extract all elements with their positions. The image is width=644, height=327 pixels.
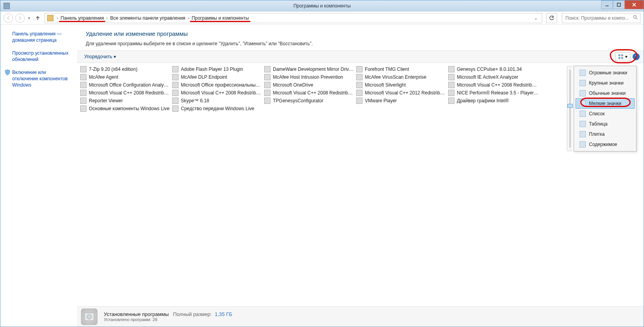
organize-button[interactable]: Упорядочить ▾: [81, 52, 119, 61]
breadcrumb-all-items[interactable]: Все элементы панели управления: [109, 15, 187, 21]
search-input[interactable]: [565, 15, 631, 21]
program-label: Microsoft OneDrive: [273, 82, 313, 88]
sidebar: Панель управления — домашняя страница Пр…: [0, 25, 77, 327]
view-option-details[interactable]: Таблица: [576, 119, 635, 129]
page-heading: Удаление или изменение программы: [77, 25, 644, 39]
program-label: Microsoft Office Configuration Analyze..…: [89, 82, 171, 88]
history-dropdown[interactable]: ▾: [28, 15, 30, 21]
chevron-right-icon[interactable]: ›: [188, 15, 189, 21]
view-option-list[interactable]: Список: [576, 109, 635, 119]
view-option-label: Таблица: [589, 121, 607, 127]
program-item[interactable]: Microsoft Silverlight: [356, 81, 447, 89]
forward-button[interactable]: [15, 13, 25, 23]
sidebar-updates-link[interactable]: Просмотр установленных обновлений: [4, 49, 73, 64]
program-label: Microsoft Visual C++ 2008 Redistributa..…: [457, 82, 539, 88]
view-option-label: Обычные значки: [589, 91, 626, 96]
minimize-button[interactable]: [601, 0, 613, 9]
chevron-right-icon[interactable]: ›: [57, 15, 58, 21]
program-item[interactable]: Microsoft Office Configuration Analyze..…: [80, 81, 171, 89]
svg-point-11: [87, 314, 92, 319]
view-option-label: Огромные значки: [589, 70, 627, 76]
view-option-label: Список: [589, 111, 605, 116]
svg-rect-9: [621, 57, 623, 59]
view-button[interactable]: ▾: [615, 52, 630, 61]
maximize-button[interactable]: [613, 0, 625, 9]
breadcrumb-control-panel[interactable]: Панель управления: [59, 15, 105, 21]
search-icon: [633, 15, 638, 21]
view-option-content[interactable]: Содержимое: [576, 139, 635, 150]
help-button[interactable]: ?: [633, 53, 640, 60]
program-label: McAfee Agent: [89, 74, 118, 80]
sidebar-features-link[interactable]: Включение или отключение компонентов Win…: [4, 68, 73, 90]
view-slider-thumb[interactable]: [567, 104, 573, 108]
program-item[interactable]: Adobe Flash Player 13 Plugin: [172, 65, 263, 73]
program-item[interactable]: Драйвер графики Intel®: [448, 97, 539, 105]
program-label: Adobe Flash Player 13 Plugin: [181, 67, 243, 72]
view-option-medium[interactable]: Обычные значки: [576, 88, 635, 98]
program-item[interactable]: Forefront TMG Client: [356, 65, 447, 73]
program-item[interactable]: Genesys CCPulse+ 8.0.101.34: [448, 65, 539, 73]
address-bar[interactable]: › Панель управления › Все элементы панел…: [44, 13, 542, 23]
program-item[interactable]: Microsoft Visual C++ 2008 Redistributa..…: [448, 81, 539, 89]
program-item[interactable]: Microsoft Visual C++ 2008 Redistributa..…: [80, 89, 171, 97]
program-item[interactable]: Reporter Viewer: [80, 97, 171, 105]
svg-rect-6: [618, 54, 620, 56]
program-icon: [172, 74, 178, 80]
program-item[interactable]: Microsoft Visual C++ 2008 Redistributa..…: [172, 89, 263, 97]
program-item[interactable]: Microsoft OneDrive: [264, 81, 355, 89]
program-label: Microsoft Visual C++ 2008 Redistributa..…: [181, 90, 263, 96]
status-text: Установленные программы Полный размер: 1…: [104, 311, 232, 322]
program-item[interactable]: Microsoft IE ActiveX Analyzer: [448, 73, 539, 81]
program-item[interactable]: McAfee Host Intrusion Prevention: [264, 73, 355, 81]
program-label: McAfee Host Intrusion Prevention: [273, 74, 343, 80]
program-item[interactable]: McAfee VirusScan Enterprise: [356, 73, 447, 81]
svg-rect-8: [618, 57, 620, 59]
view-slider[interactable]: [567, 66, 572, 151]
view-option-label: Плитка: [589, 131, 605, 137]
program-item[interactable]: TPGenesysConfigurator: [264, 97, 355, 105]
program-item[interactable]: Основные компоненты Windows Live: [80, 105, 171, 113]
up-button[interactable]: [33, 14, 42, 22]
program-item[interactable]: DameWare Development Mirror Driver ...: [264, 65, 355, 73]
view-option-small[interactable]: Мелкие значки: [576, 98, 635, 109]
program-item[interactable]: Средство передачи Windows Live: [172, 105, 263, 113]
svg-rect-1: [617, 3, 620, 6]
back-button[interactable]: [4, 13, 13, 23]
program-label: Основные компоненты Windows Live: [89, 106, 169, 111]
address-dropdown[interactable]: ⌄: [532, 15, 539, 21]
programs-grid[interactable]: 7-Zip 9.20 (x64 edition)Adobe Flash Play…: [77, 63, 644, 306]
view-option-huge[interactable]: Огромные значки: [576, 68, 635, 78]
medium-icons-icon: [580, 90, 586, 96]
program-label: Microsoft Office профессиональный п...: [181, 82, 263, 88]
program-item[interactable]: McAfee DLP Endpoint: [172, 73, 263, 81]
chevron-right-icon[interactable]: ›: [106, 15, 108, 21]
refresh-button[interactable]: [546, 13, 557, 23]
program-icon: [264, 74, 270, 80]
search-box[interactable]: [562, 13, 640, 23]
program-item[interactable]: 7-Zip 9.20 (x64 edition): [80, 65, 171, 73]
page-subtext: Для удаления программы выберите ее в спи…: [77, 39, 644, 50]
sidebar-home-link[interactable]: Панель управления — домашняя страница: [4, 30, 73, 45]
program-item[interactable]: Microsoft Office профессиональный п...: [172, 81, 263, 89]
program-label: McAfee DLP Endpoint: [181, 74, 227, 80]
program-icon: [172, 82, 178, 88]
program-item[interactable]: Microsoft Visual C++ 2012 Redistributa..…: [356, 89, 447, 97]
arrow-left-icon: [6, 16, 11, 20]
program-label: VMware Player: [365, 98, 397, 103]
chevron-down-icon: ▾: [625, 54, 627, 59]
program-icon: [356, 74, 362, 80]
view-option-label: Крупные значки: [589, 80, 624, 86]
program-item[interactable]: Microsoft Visual C++ 2008 Redistributa..…: [264, 89, 355, 97]
view-option-large[interactable]: Крупные значки: [576, 78, 635, 88]
status-size-label: Полный размер:: [173, 311, 212, 317]
program-item[interactable]: McAfee Agent: [80, 73, 171, 81]
program-icon: [80, 98, 86, 104]
program-label: Skype™ 6.18: [181, 98, 209, 103]
program-item[interactable]: Skype™ 6.18: [172, 97, 263, 105]
program-item[interactable]: VMware Player: [356, 97, 447, 105]
view-option-tiles[interactable]: Плитка: [576, 129, 635, 139]
close-button[interactable]: [625, 0, 644, 9]
program-item[interactable]: NICE Perform® Release 3.5 - Player Co...: [448, 89, 539, 97]
program-label: Средство передачи Windows Live: [181, 106, 254, 111]
breadcrumb-programs[interactable]: Программы и компоненты: [190, 15, 250, 21]
